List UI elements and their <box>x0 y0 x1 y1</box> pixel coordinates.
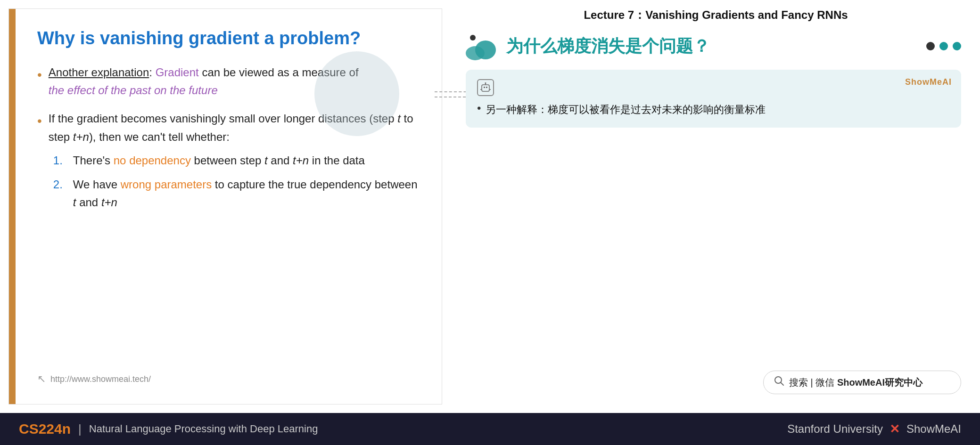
svg-point-3 <box>475 40 496 59</box>
search-text: 搜索 | 微信 ShowMeAI研究中心 <box>789 376 922 389</box>
course-code: CS224n <box>19 421 71 437</box>
search-icon <box>774 376 784 389</box>
sub-text-1: There's no dependency between step t and… <box>73 152 418 170</box>
svg-point-9 <box>485 82 486 84</box>
bullet1-italic: the effect of the past on the future <box>49 84 218 97</box>
dot-1 <box>926 42 935 50</box>
dot-3 <box>953 42 961 50</box>
x-symbol: ✕ <box>889 422 900 437</box>
dots-container <box>926 42 961 50</box>
course-subtitle: Natural Language Processing with Deep Le… <box>89 423 318 435</box>
translation-text: 另一种解释：梯度可以被看作是过去对未来的影响的衡量标准 <box>486 101 766 118</box>
sub-text-2: We have wrong parameters to capture the … <box>73 176 418 212</box>
sub-list: 1. There's no dependency between step t … <box>49 152 418 211</box>
wave-icon <box>466 32 499 60</box>
svg-rect-6 <box>484 87 485 88</box>
chinese-title: 为什么梯度消失是个问题？ <box>506 35 926 58</box>
slide-title: Why is vanishing gradient a problem? <box>37 28 418 49</box>
slide-panel: Why is vanishing gradient a problem? • A… <box>8 8 442 405</box>
translation-card: ShowMeAI • 另一种解释：梯度可以被看作是过去对未来的影响的衡量标准 <box>466 70 961 128</box>
stanford-text: Stanford University <box>787 422 883 436</box>
sub-num-1: 1. <box>53 152 66 170</box>
trans-bullet: • 另一种解释：梯度可以被看作是过去对未来的影响的衡量标准 <box>477 101 950 118</box>
slide-footer: ↖ http://www.showmeai.tech/ <box>37 364 418 385</box>
svg-rect-7 <box>486 87 487 88</box>
no-dependency: no dependency <box>114 154 191 167</box>
bottom-bar: CS224n | Natural Language Processing wit… <box>0 413 980 445</box>
right-panel: Lecture 7：Vanishing Gradients and Fancy … <box>456 0 980 413</box>
wrong-parameters: wrong parameters <box>121 178 212 191</box>
cursor-icon: ↖ <box>37 373 46 385</box>
bullet-dot-2: • <box>37 111 42 132</box>
decorative-circle <box>314 51 399 136</box>
lecture-title: Lecture 7：Vanishing Gradients and Fancy … <box>461 0 966 32</box>
bullet-dot-1: • <box>37 65 42 86</box>
sub-item-2: 2. We have wrong parameters to capture t… <box>53 176 418 212</box>
svg-line-13 <box>781 382 783 385</box>
bullet1-gradient: Gradient <box>156 66 199 79</box>
search-bar[interactable]: 搜索 | 微信 ShowMeAI研究中心 <box>763 371 961 394</box>
sub-num-2: 2. <box>53 176 66 194</box>
bullet1-underline: Another explanation <box>49 66 149 79</box>
robot-icon <box>477 79 494 96</box>
showmeai-bottom: ShowMeAI <box>906 422 961 436</box>
sub-item-1: 1. There's no dependency between step t … <box>53 152 418 170</box>
svg-point-4 <box>470 35 476 40</box>
trans-dot: • <box>477 102 481 115</box>
bottom-right: Stanford University ✕ ShowMeAI <box>787 422 961 437</box>
bottom-left: CS224n | Natural Language Processing wit… <box>19 421 318 437</box>
separator: | <box>78 422 82 437</box>
chinese-header: 为什么梯度消失是个问题？ <box>461 32 966 60</box>
dot-2 <box>939 42 948 50</box>
svg-rect-5 <box>482 85 489 91</box>
main-content: Why is vanishing gradient a problem? • A… <box>0 0 980 413</box>
search-bold: ShowMeAI研究中心 <box>837 377 922 388</box>
slide-left-border <box>9 9 16 404</box>
footer-url: http://www.showmeai.tech/ <box>50 374 151 384</box>
showmeai-badge: ShowMeAI <box>905 77 952 87</box>
